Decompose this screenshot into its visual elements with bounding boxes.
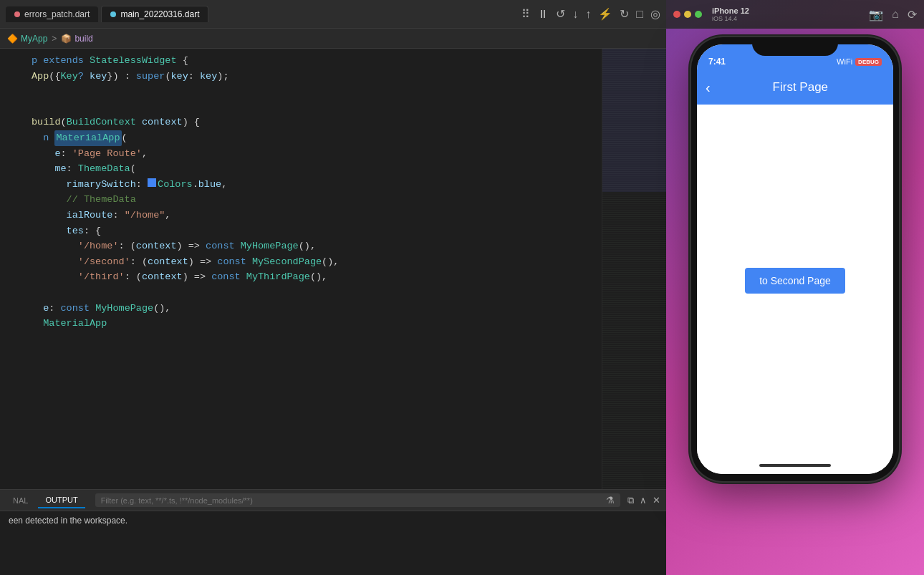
tab-terminal[interactable]: NAL xyxy=(6,493,35,508)
breadcrumb-app[interactable]: 🔶 MyApp xyxy=(7,34,47,44)
code-line xyxy=(0,285,602,301)
home-icon[interactable]: ⌂ xyxy=(892,8,899,21)
filter-input[interactable] xyxy=(101,496,606,505)
code-line xyxy=(0,84,602,100)
grid-icon[interactable]: ⠿ xyxy=(521,7,530,21)
sim-topbar-icons: 📷 ⌂ ⟳ xyxy=(869,8,917,21)
page-content: to Second Page xyxy=(697,105,893,457)
bottom-content: een detected in the workspace. xyxy=(0,511,666,575)
code-line: e: const MyHomePage(), xyxy=(0,301,602,317)
tab-errors[interactable]: errors_patch.dart xyxy=(6,6,98,22)
simulator-panel: iPhone 12 iOS 14.4 📷 ⌂ ⟳ 7:41 WiFi DEBUG… xyxy=(666,0,924,575)
filter-bar[interactable]: ⚗ xyxy=(95,493,620,507)
bottom-toolbar-icons: ⧉ ∧ ✕ xyxy=(627,495,660,506)
iphone-screen: 7:41 WiFi DEBUG ‹ First Page to Second P… xyxy=(697,44,893,474)
output-message: een detected in the workspace. xyxy=(9,516,127,526)
copy-icon[interactable]: ⧉ xyxy=(627,495,634,506)
sim-dots xyxy=(673,11,702,18)
debug-badge: DEBUG xyxy=(855,58,882,66)
step-over-icon[interactable]: ↺ xyxy=(556,7,565,21)
code-area: p extends StatelessWidget { App({Key? ke… xyxy=(0,49,666,489)
code-line: e: 'Page Route', xyxy=(0,146,602,162)
step-out-icon[interactable]: ↑ xyxy=(585,8,591,21)
code-line: tes: { xyxy=(0,223,602,239)
stop-icon[interactable]: □ xyxy=(636,8,643,21)
code-line: me: ThemeData( xyxy=(0,161,602,177)
home-indicator xyxy=(697,457,893,474)
sim-dot-maximize[interactable] xyxy=(695,11,702,18)
tab-main[interactable]: main_20220316.dart xyxy=(101,6,208,22)
minimap[interactable] xyxy=(602,49,666,489)
sim-dot-minimize[interactable] xyxy=(684,11,691,18)
restart-icon[interactable]: ↻ xyxy=(620,7,629,21)
toolbar-icons: ⠿ ⏸ ↺ ↓ ↑ ⚡ ↻ □ ◎ xyxy=(521,7,660,21)
code-line: ialRoute: "/home", xyxy=(0,208,602,223)
iphone-frame: 7:41 WiFi DEBUG ‹ First Page to Second P… xyxy=(691,37,899,481)
minimap-highlight xyxy=(602,49,666,192)
breadcrumb-sep: > xyxy=(52,34,57,44)
camera-icon[interactable]: 📷 xyxy=(869,8,883,21)
code-line: '/second': (context) => const MySecondPa… xyxy=(0,254,602,270)
editor-panel: errors_patch.dart main_20220316.dart ⠿ ⏸… xyxy=(0,0,666,575)
code-line: build(BuildContext context) { xyxy=(0,115,602,130)
app-bar: ‹ First Page xyxy=(697,70,893,105)
tab-output[interactable]: OUTPUT xyxy=(38,493,85,508)
lightning-icon[interactable]: ⚡ xyxy=(598,7,612,21)
breadcrumb: 🔶 MyApp > 📦 build xyxy=(0,29,666,49)
sim-device-os: iOS 14.4 xyxy=(712,15,749,22)
status-icons: WiFi DEBUG xyxy=(837,57,882,66)
code-line: MaterialApp xyxy=(0,316,602,332)
bottom-panel: NAL OUTPUT ⚗ ⧉ ∧ ✕ een detected in the w… xyxy=(0,489,666,575)
sim-dot-close[interactable] xyxy=(673,11,680,18)
code-line: p extends StatelessWidget { xyxy=(0,53,602,69)
iphone-notch xyxy=(752,37,838,56)
tab-dot xyxy=(14,11,20,17)
back-button[interactable]: ‹ xyxy=(706,79,711,96)
tab-main-label: main_20220316.dart xyxy=(120,9,199,19)
close-icon[interactable]: ✕ xyxy=(653,495,660,506)
code-line: rimarySwitch: Colors.blue, xyxy=(0,177,602,193)
code-line xyxy=(0,100,602,115)
pause-icon[interactable]: ⏸ xyxy=(537,8,549,21)
app-bar-title: First Page xyxy=(716,80,885,95)
code-line: n MaterialApp( xyxy=(0,130,602,146)
tab-dot-main xyxy=(110,11,116,17)
home-bar xyxy=(759,464,831,467)
code-line: App({Key? key}) : super(key: key); xyxy=(0,69,602,84)
code-line: '/home': (context) => const MyHomePage()… xyxy=(0,238,602,254)
app-icon: 🔶 xyxy=(7,34,18,44)
bottom-tabs: NAL OUTPUT ⚗ ⧉ ∧ ✕ xyxy=(0,490,666,511)
step-into-icon[interactable]: ↓ xyxy=(572,8,578,21)
breadcrumb-build[interactable]: 📦 build xyxy=(61,34,92,44)
build-icon: 📦 xyxy=(61,34,72,44)
search-icon[interactable]: ◎ xyxy=(650,7,660,21)
code-line: // ThemeData xyxy=(0,192,602,208)
sim-device-name: iPhone 12 xyxy=(712,6,749,15)
sim-topbar: iPhone 12 iOS 14.4 📷 ⌂ ⟳ xyxy=(666,0,924,29)
sim-device-label: iPhone 12 iOS 14.4 xyxy=(712,6,749,22)
status-time: 7:41 xyxy=(708,57,726,67)
tab-errors-label: errors_patch.dart xyxy=(24,9,90,19)
code-line: '/third': (context) => const MyThirdPage… xyxy=(0,269,602,285)
to-second-page-button[interactable]: to Second Page xyxy=(745,268,845,294)
toolbar: errors_patch.dart main_20220316.dart ⠿ ⏸… xyxy=(0,0,666,29)
code-content[interactable]: p extends StatelessWidget { App({Key? ke… xyxy=(0,49,602,489)
filter-icon[interactable]: ⚗ xyxy=(606,495,615,506)
wifi-icon: WiFi xyxy=(837,57,852,66)
rotate-icon[interactable]: ⟳ xyxy=(908,8,917,21)
chevron-up-icon[interactable]: ∧ xyxy=(640,495,647,506)
